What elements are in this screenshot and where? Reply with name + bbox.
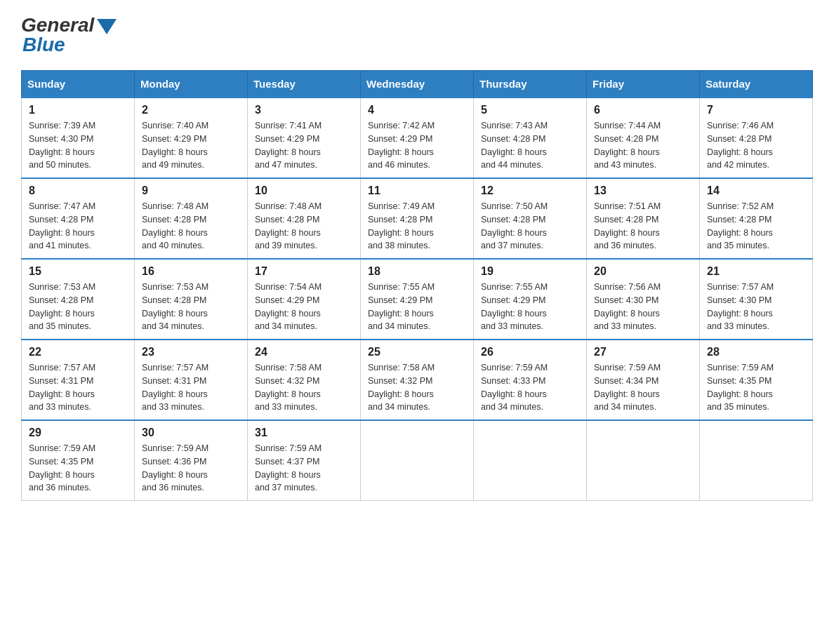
day-number: 30 xyxy=(142,427,240,439)
day-number: 24 xyxy=(255,346,353,358)
calendar-cell: 20 Sunrise: 7:56 AM Sunset: 4:30 PM Dayl… xyxy=(587,259,700,340)
calendar-week-row: 1 Sunrise: 7:39 AM Sunset: 4:30 PM Dayli… xyxy=(22,98,813,178)
calendar-header-saturday: Saturday xyxy=(700,71,813,98)
logo-blue-text: Blue xyxy=(22,34,65,56)
day-number: 18 xyxy=(368,265,466,278)
day-info: Sunrise: 7:57 AM Sunset: 4:30 PM Dayligh… xyxy=(707,281,805,333)
calendar-cell: 21 Sunrise: 7:57 AM Sunset: 4:30 PM Dayl… xyxy=(700,259,813,340)
calendar-cell: 7 Sunrise: 7:46 AM Sunset: 4:28 PM Dayli… xyxy=(700,98,813,178)
day-info: Sunrise: 7:49 AM Sunset: 4:28 PM Dayligh… xyxy=(368,200,466,253)
calendar-cell: 9 Sunrise: 7:48 AM Sunset: 4:28 PM Dayli… xyxy=(135,178,248,259)
calendar-cell: 30 Sunrise: 7:59 AM Sunset: 4:36 PM Dayl… xyxy=(135,420,248,501)
calendar-cell: 31 Sunrise: 7:59 AM Sunset: 4:37 PM Dayl… xyxy=(248,420,361,501)
day-number: 4 xyxy=(368,104,466,116)
calendar-cell: 25 Sunrise: 7:58 AM Sunset: 4:32 PM Dayl… xyxy=(361,340,474,420)
day-number: 8 xyxy=(29,185,127,197)
calendar-week-row: 8 Sunrise: 7:47 AM Sunset: 4:28 PM Dayli… xyxy=(22,178,813,259)
day-info: Sunrise: 7:59 AM Sunset: 4:35 PM Dayligh… xyxy=(707,361,805,414)
day-number: 29 xyxy=(29,427,127,439)
day-number: 31 xyxy=(255,427,353,439)
calendar-cell xyxy=(474,420,587,501)
day-number: 15 xyxy=(29,265,127,278)
logo: General Blue xyxy=(21,14,117,56)
calendar-week-row: 22 Sunrise: 7:57 AM Sunset: 4:31 PM Dayl… xyxy=(22,340,813,420)
calendar-cell: 15 Sunrise: 7:53 AM Sunset: 4:28 PM Dayl… xyxy=(22,259,135,340)
day-info: Sunrise: 7:54 AM Sunset: 4:29 PM Dayligh… xyxy=(255,281,353,333)
day-info: Sunrise: 7:48 AM Sunset: 4:28 PM Dayligh… xyxy=(255,200,353,253)
day-info: Sunrise: 7:39 AM Sunset: 4:30 PM Dayligh… xyxy=(29,119,127,172)
day-info: Sunrise: 7:55 AM Sunset: 4:29 PM Dayligh… xyxy=(368,281,466,333)
day-info: Sunrise: 7:48 AM Sunset: 4:28 PM Dayligh… xyxy=(142,200,240,253)
calendar-cell: 14 Sunrise: 7:52 AM Sunset: 4:28 PM Dayl… xyxy=(700,178,813,259)
calendar-cell: 6 Sunrise: 7:44 AM Sunset: 4:28 PM Dayli… xyxy=(587,98,700,178)
day-info: Sunrise: 7:56 AM Sunset: 4:30 PM Dayligh… xyxy=(594,281,692,333)
calendar-cell: 3 Sunrise: 7:41 AM Sunset: 4:29 PM Dayli… xyxy=(248,98,361,178)
calendar-cell: 19 Sunrise: 7:55 AM Sunset: 4:29 PM Dayl… xyxy=(474,259,587,340)
day-number: 20 xyxy=(594,265,692,278)
day-number: 17 xyxy=(255,265,353,278)
day-info: Sunrise: 7:59 AM Sunset: 4:34 PM Dayligh… xyxy=(594,361,692,414)
day-number: 1 xyxy=(29,104,127,116)
day-number: 14 xyxy=(707,185,805,197)
calendar-cell: 2 Sunrise: 7:40 AM Sunset: 4:29 PM Dayli… xyxy=(135,98,248,178)
day-info: Sunrise: 7:50 AM Sunset: 4:28 PM Dayligh… xyxy=(481,200,579,253)
calendar-header-thursday: Thursday xyxy=(474,71,587,98)
calendar-header-wednesday: Wednesday xyxy=(361,71,474,98)
day-number: 23 xyxy=(142,346,240,358)
day-number: 5 xyxy=(481,104,579,116)
calendar-week-row: 15 Sunrise: 7:53 AM Sunset: 4:28 PM Dayl… xyxy=(22,259,813,340)
day-info: Sunrise: 7:42 AM Sunset: 4:29 PM Dayligh… xyxy=(368,119,466,172)
day-number: 11 xyxy=(368,185,466,197)
day-number: 21 xyxy=(707,265,805,278)
calendar-cell: 27 Sunrise: 7:59 AM Sunset: 4:34 PM Dayl… xyxy=(587,340,700,420)
day-info: Sunrise: 7:43 AM Sunset: 4:28 PM Dayligh… xyxy=(481,119,579,172)
day-info: Sunrise: 7:59 AM Sunset: 4:35 PM Dayligh… xyxy=(29,442,127,495)
calendar-header-sunday: Sunday xyxy=(22,71,135,98)
calendar-cell: 4 Sunrise: 7:42 AM Sunset: 4:29 PM Dayli… xyxy=(361,98,474,178)
day-number: 12 xyxy=(481,185,579,197)
calendar-cell: 12 Sunrise: 7:50 AM Sunset: 4:28 PM Dayl… xyxy=(474,178,587,259)
calendar-cell: 13 Sunrise: 7:51 AM Sunset: 4:28 PM Dayl… xyxy=(587,178,700,259)
day-info: Sunrise: 7:40 AM Sunset: 4:29 PM Dayligh… xyxy=(142,119,240,172)
calendar-header-monday: Monday xyxy=(135,71,248,98)
day-number: 3 xyxy=(255,104,353,116)
calendar-cell xyxy=(361,420,474,501)
calendar-header-friday: Friday xyxy=(587,71,700,98)
calendar-cell: 29 Sunrise: 7:59 AM Sunset: 4:35 PM Dayl… xyxy=(22,420,135,501)
calendar-cell: 18 Sunrise: 7:55 AM Sunset: 4:29 PM Dayl… xyxy=(361,259,474,340)
day-number: 22 xyxy=(29,346,127,358)
calendar-header-tuesday: Tuesday xyxy=(248,71,361,98)
day-info: Sunrise: 7:59 AM Sunset: 4:37 PM Dayligh… xyxy=(255,442,353,495)
day-number: 13 xyxy=(594,185,692,197)
day-info: Sunrise: 7:52 AM Sunset: 4:28 PM Dayligh… xyxy=(707,200,805,253)
day-info: Sunrise: 7:57 AM Sunset: 4:31 PM Dayligh… xyxy=(142,361,240,414)
calendar-cell: 24 Sunrise: 7:58 AM Sunset: 4:32 PM Dayl… xyxy=(248,340,361,420)
day-info: Sunrise: 7:58 AM Sunset: 4:32 PM Dayligh… xyxy=(255,361,353,414)
day-number: 25 xyxy=(368,346,466,358)
day-number: 16 xyxy=(142,265,240,278)
day-info: Sunrise: 7:59 AM Sunset: 4:33 PM Dayligh… xyxy=(481,361,579,414)
calendar-cell: 5 Sunrise: 7:43 AM Sunset: 4:28 PM Dayli… xyxy=(474,98,587,178)
day-number: 9 xyxy=(142,185,240,197)
day-info: Sunrise: 7:51 AM Sunset: 4:28 PM Dayligh… xyxy=(594,200,692,253)
day-info: Sunrise: 7:53 AM Sunset: 4:28 PM Dayligh… xyxy=(142,281,240,333)
calendar-cell: 16 Sunrise: 7:53 AM Sunset: 4:28 PM Dayl… xyxy=(135,259,248,340)
day-number: 6 xyxy=(594,104,692,116)
day-info: Sunrise: 7:57 AM Sunset: 4:31 PM Dayligh… xyxy=(29,361,127,414)
day-number: 26 xyxy=(481,346,579,358)
calendar-cell: 28 Sunrise: 7:59 AM Sunset: 4:35 PM Dayl… xyxy=(700,340,813,420)
logo-triangle-icon xyxy=(97,19,117,34)
day-number: 10 xyxy=(255,185,353,197)
calendar-cell: 1 Sunrise: 7:39 AM Sunset: 4:30 PM Dayli… xyxy=(22,98,135,178)
calendar-header-row: SundayMondayTuesdayWednesdayThursdayFrid… xyxy=(22,71,813,98)
calendar-cell: 10 Sunrise: 7:48 AM Sunset: 4:28 PM Dayl… xyxy=(248,178,361,259)
day-info: Sunrise: 7:46 AM Sunset: 4:28 PM Dayligh… xyxy=(707,119,805,172)
calendar-cell: 8 Sunrise: 7:47 AM Sunset: 4:28 PM Dayli… xyxy=(22,178,135,259)
calendar-cell xyxy=(700,420,813,501)
day-info: Sunrise: 7:55 AM Sunset: 4:29 PM Dayligh… xyxy=(481,281,579,333)
day-number: 7 xyxy=(707,104,805,116)
day-number: 2 xyxy=(142,104,240,116)
day-info: Sunrise: 7:47 AM Sunset: 4:28 PM Dayligh… xyxy=(29,200,127,253)
day-info: Sunrise: 7:59 AM Sunset: 4:36 PM Dayligh… xyxy=(142,442,240,495)
page-header: General Blue xyxy=(21,14,813,56)
